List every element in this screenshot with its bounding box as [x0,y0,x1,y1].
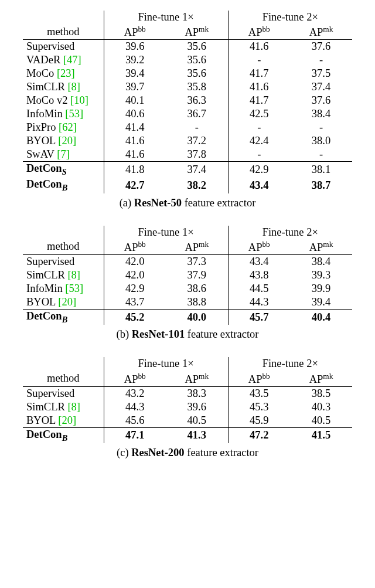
cell-ft1mk: 35.6 [166,53,228,67]
table-block-0: Fine-tune 1×Fine-tune 2×methodAPbbAPmkAP… [7,11,368,209]
cell-ft2bb: 43.4 [228,254,290,268]
citation-link[interactable]: [8] [67,269,80,281]
cell-ft2bb: 43.4 [228,178,290,193]
cell-ft1bb: 39.7 [104,80,166,94]
header-method: method [23,371,104,386]
header-apmk-1: APmk [166,239,228,255]
table-row: BYOL [20]45.640.545.940.5 [23,414,352,428]
table-row: BYOL [20]43.738.844.339.4 [23,295,352,310]
cell-ft2mk: 38.4 [290,107,352,121]
cell-ft1mk: 37.8 [166,148,228,162]
cell-ft1mk: 40.5 [166,414,228,428]
citation-link[interactable]: [53] [65,108,83,120]
cell-ft1mk: 36.7 [166,107,228,121]
method-cell: DetConS [23,162,104,178]
method-cell: MoCo [23] [23,67,104,80]
header-apmk-2: APmk [290,24,352,40]
method-cell: InfoMin [53] [23,107,104,121]
citation-link[interactable]: [23] [57,67,75,79]
cell-ft2bb: 44.5 [228,282,290,295]
table-row: SimCLR [8]42.037.943.839.3 [23,268,352,282]
cell-ft2mk: 40.5 [290,414,352,428]
cell-ft1bb: 44.3 [104,400,166,414]
method-cell: SwAV [7] [23,148,104,162]
table-row: InfoMin [53]42.938.644.539.9 [23,282,352,295]
table-row: Supervised42.037.343.438.4 [23,254,352,268]
cell-ft1mk: 37.4 [166,162,228,178]
cell-ft1mk: 39.6 [166,400,228,414]
header-ft2: Fine-tune 2× [228,11,352,24]
cell-ft2bb: 45.9 [228,414,290,428]
cell-ft2mk: - [290,53,352,67]
header-apbb-1: APbb [104,371,166,386]
cell-ft1bb: 45.6 [104,414,166,428]
cell-ft2mk: 38.0 [290,134,352,148]
cell-ft2bb: 42.4 [228,134,290,148]
cell-ft1mk: 38.8 [166,295,228,310]
header-apmk-2: APmk [290,239,352,255]
method-cell: MoCo v2 [10] [23,94,104,107]
citation-link[interactable]: [8] [67,81,80,93]
header-ft1: Fine-tune 1× [104,226,228,239]
cell-ft2mk: 38.5 [290,386,352,400]
method-cell: Supervised [23,40,104,54]
method-cell: BYOL [20] [23,295,104,310]
cell-ft1bb: 41.6 [104,134,166,148]
header-apbb-1: APbb [104,24,166,40]
cell-ft1bb: 42.7 [104,178,166,193]
method-cell: Supervised [23,386,104,400]
citation-link[interactable]: [62] [59,121,77,133]
header-ft2: Fine-tune 2× [228,226,352,239]
cell-ft1mk: 37.3 [166,254,228,268]
cell-ft1bb: 40.6 [104,107,166,121]
table-block-2: Fine-tune 1×Fine-tune 2×methodAPbbAPmkAP… [7,357,368,459]
cell-ft1bb: 42.0 [104,254,166,268]
table-row: PixPro [62]41.4--- [23,121,352,134]
cell-ft2bb: 43.8 [228,268,290,282]
cell-ft2mk: 40.4 [290,309,352,325]
cell-ft2mk: 41.5 [290,427,352,443]
cell-ft2bb: 41.7 [228,67,290,80]
cell-ft1mk: 35.6 [166,40,228,54]
cell-ft1mk: 36.3 [166,94,228,107]
citation-link[interactable]: [10] [70,94,88,106]
cell-ft2bb: 44.3 [228,295,290,310]
citation-link[interactable]: [53] [65,283,83,294]
table-row: DetConB45.240.045.740.4 [23,309,352,325]
cell-ft1bb: 42.0 [104,268,166,282]
cell-ft1bb: 40.1 [104,94,166,107]
cell-ft2mk: 37.6 [290,40,352,54]
method-cell: BYOL [20] [23,414,104,428]
cell-ft1bb: 47.1 [104,427,166,443]
cell-ft2mk: 37.5 [290,67,352,80]
cell-ft2bb: 47.2 [228,427,290,443]
cell-ft1bb: 39.4 [104,67,166,80]
cell-ft2mk: 39.3 [290,268,352,282]
table-row: VADeR [47]39.235.6-- [23,53,352,67]
method-cell: BYOL [20] [23,134,104,148]
header-apmk-2: APmk [290,371,352,386]
cell-ft1mk: 38.3 [166,386,228,400]
table-row: BYOL [20]41.637.242.438.0 [23,134,352,148]
table-row: SwAV [7]41.637.8-- [23,148,352,162]
method-cell: SimCLR [8] [23,80,104,94]
method-cell: DetConB [23,178,104,193]
citation-link[interactable]: [7] [57,148,70,160]
cell-ft1bb: 45.2 [104,309,166,325]
header-ft1: Fine-tune 1× [104,357,228,371]
citation-link[interactable]: [8] [67,401,80,413]
cell-ft2mk: - [290,148,352,162]
table-row: MoCo v2 [10]40.136.341.737.6 [23,94,352,107]
cell-ft2bb: - [228,53,290,67]
cell-ft1bb: 39.2 [104,53,166,67]
cell-ft2bb: - [228,148,290,162]
method-cell: PixPro [62] [23,121,104,134]
table-row: SimCLR [8]44.339.645.340.3 [23,400,352,414]
citation-link[interactable]: [47] [63,54,81,66]
citation-link[interactable]: [20] [58,135,76,147]
header-ft2: Fine-tune 2× [228,357,352,371]
header-method: method [23,24,104,40]
table-block-1: Fine-tune 1×Fine-tune 2×methodAPbbAPmkAP… [7,226,368,341]
citation-link[interactable]: [20] [58,414,76,426]
citation-link[interactable]: [20] [58,296,76,308]
